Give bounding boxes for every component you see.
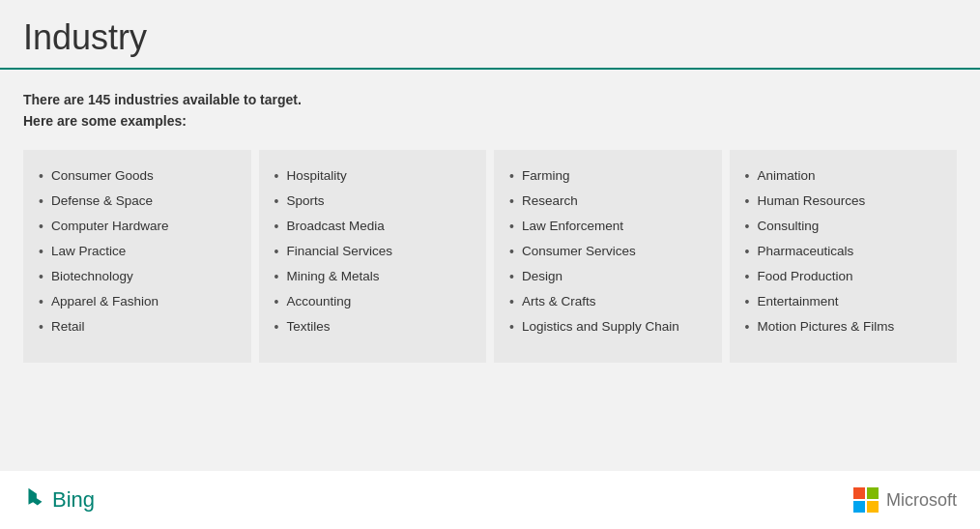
- list-item: Consulting: [745, 214, 942, 239]
- list-item: Computer Hardware: [39, 214, 236, 239]
- page-title: Industry: [23, 17, 957, 58]
- column-3-list: FarmingResearchLaw EnforcementConsumer S…: [509, 163, 706, 339]
- description-line1: There are 145 industries available to ta…: [23, 89, 957, 110]
- column-4-list: AnimationHuman ResourcesConsultingPharma…: [745, 163, 942, 339]
- list-item: Accounting: [274, 289, 472, 314]
- list-item: Textiles: [274, 314, 472, 339]
- list-item: Law Enforcement: [509, 214, 706, 239]
- bing-text: Bing: [52, 487, 95, 513]
- list-item: Retail: [39, 314, 236, 339]
- list-item: Consumer Goods: [39, 163, 236, 189]
- list-item: Arts & Crafts: [509, 289, 706, 314]
- list-item: Sports: [274, 189, 472, 214]
- list-item: Defense & Space: [39, 189, 236, 214]
- bing-icon: [23, 486, 46, 514]
- ms-square-red: [853, 487, 865, 499]
- ms-square-green: [867, 487, 879, 499]
- list-item: Motion Pictures & Films: [745, 314, 942, 339]
- list-item: Hospitality: [274, 163, 472, 189]
- list-item: Pharmaceuticals: [745, 239, 942, 264]
- list-item: Farming: [509, 163, 706, 189]
- list-item: Food Production: [745, 264, 942, 289]
- main-content: There are 145 industries available to ta…: [0, 70, 980, 430]
- list-item: Law Practice: [39, 239, 236, 264]
- page-header: Industry: [0, 0, 980, 70]
- column-1-list: Consumer GoodsDefense & SpaceComputer Ha…: [39, 163, 236, 339]
- microsoft-grid-icon: [853, 487, 879, 513]
- bing-logo: Bing: [23, 486, 95, 514]
- list-item: Broadcast Media: [274, 214, 472, 239]
- industry-column-2: HospitalitySportsBroadcast MediaFinancia…: [259, 150, 487, 363]
- description-text: There are 145 industries available to ta…: [23, 89, 957, 132]
- footer: Bing Microsoft: [0, 471, 980, 529]
- industry-column-1: Consumer GoodsDefense & SpaceComputer Ha…: [23, 150, 251, 363]
- column-2-list: HospitalitySportsBroadcast MediaFinancia…: [274, 163, 472, 339]
- list-item: Mining & Metals: [274, 264, 472, 289]
- list-item: Apparel & Fashion: [39, 289, 236, 314]
- list-item: Biotechnology: [39, 264, 236, 289]
- list-item: Logistics and Supply Chain: [509, 314, 706, 339]
- list-item: Animation: [745, 163, 942, 189]
- description-line2: Here are some examples:: [23, 110, 957, 132]
- list-item: Human Resources: [745, 189, 942, 214]
- list-item: Financial Services: [274, 239, 472, 264]
- list-item: Entertainment: [745, 289, 942, 314]
- ms-square-yellow: [867, 501, 879, 513]
- industry-columns: Consumer GoodsDefense & SpaceComputer Ha…: [23, 150, 957, 363]
- industry-column-4: AnimationHuman ResourcesConsultingPharma…: [730, 150, 958, 363]
- industry-column-3: FarmingResearchLaw EnforcementConsumer S…: [494, 150, 722, 363]
- list-item: Consumer Services: [509, 239, 706, 264]
- list-item: Design: [509, 264, 706, 289]
- list-item: Research: [509, 189, 706, 214]
- microsoft-text: Microsoft: [886, 490, 957, 511]
- ms-square-blue: [853, 501, 865, 513]
- microsoft-logo: Microsoft: [853, 487, 957, 513]
